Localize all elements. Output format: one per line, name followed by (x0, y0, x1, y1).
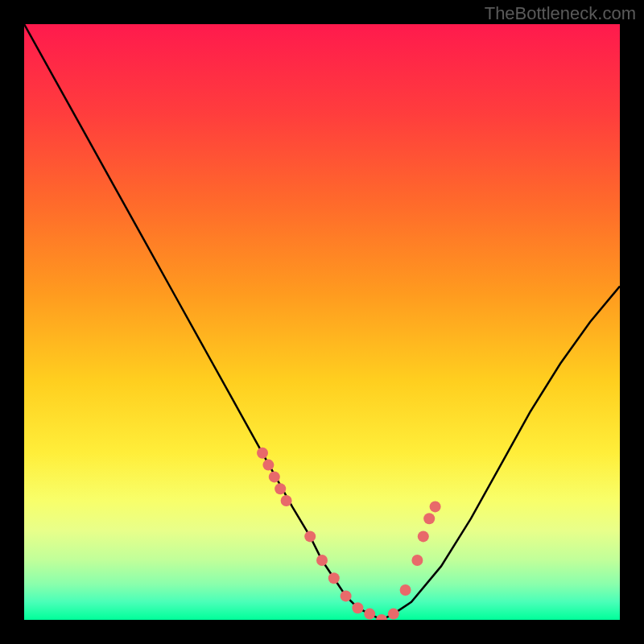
highlight-dot (341, 590, 352, 601)
highlight-dot (281, 495, 292, 506)
highlight-dot (316, 555, 328, 566)
highlight-dot (418, 530, 429, 542)
highlight-dot (400, 584, 411, 596)
highlight-dots (257, 448, 441, 620)
highlight-dot (262, 460, 274, 471)
highlight-dot (269, 471, 280, 482)
highlight-dot (376, 614, 387, 620)
highlight-dot (352, 602, 363, 613)
highlight-dot (423, 513, 435, 524)
highlight-dot (328, 572, 340, 584)
highlight-dot (275, 483, 286, 494)
bottleneck-curve (24, 24, 620, 620)
highlight-dot (257, 448, 268, 459)
watermark-text: TheBottleneck.com (485, 3, 636, 24)
plot-area (24, 24, 620, 620)
highlight-dot (388, 609, 399, 620)
highlight-dot (411, 555, 423, 566)
highlight-dot (430, 501, 441, 512)
highlight-dot (364, 609, 375, 620)
chart-svg (24, 24, 620, 620)
highlight-dot (304, 530, 316, 542)
